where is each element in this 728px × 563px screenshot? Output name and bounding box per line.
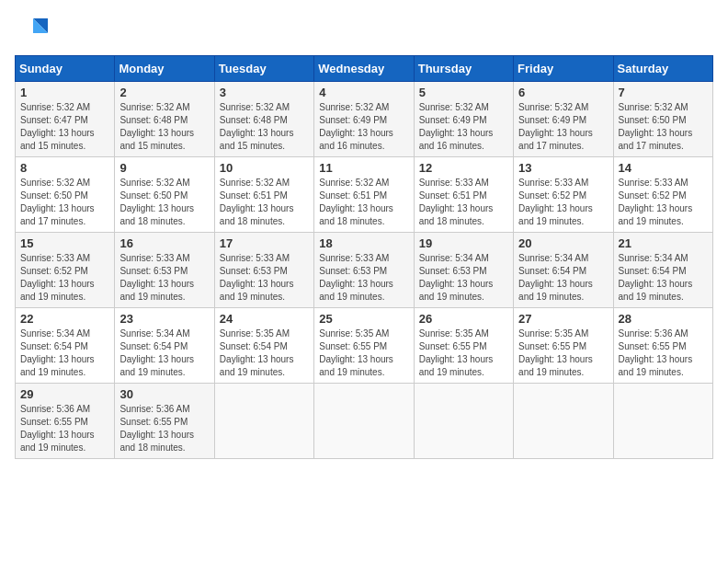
calendar-cell: 25 Sunrise: 5:35 AMSunset: 6:55 PMDaylig… [314,308,414,384]
calendar-week-row: 22 Sunrise: 5:34 AMSunset: 6:54 PMDaylig… [16,308,713,384]
day-info: Sunrise: 5:32 AMSunset: 6:50 PMDaylight:… [619,101,708,153]
calendar-cell: 12 Sunrise: 5:33 AMSunset: 6:51 PMDaylig… [414,157,513,233]
day-number: 1 [20,86,109,99]
page-header [15,15,713,48]
calendar-cell: 20 Sunrise: 5:34 AMSunset: 6:54 PMDaylig… [514,233,613,308]
calendar-cell: 11 Sunrise: 5:32 AMSunset: 6:51 PMDaylig… [314,157,414,233]
day-info: Sunrise: 5:32 AMSunset: 6:51 PMDaylight:… [319,177,408,228]
logo [15,15,51,48]
day-info: Sunrise: 5:34 AMSunset: 6:53 PMDaylight:… [419,252,508,304]
calendar-cell [214,384,313,459]
calendar-cell: 8 Sunrise: 5:32 AMSunset: 6:50 PMDayligh… [16,157,115,233]
day-number: 26 [419,312,508,326]
calendar-week-row: 1 Sunrise: 5:32 AMSunset: 6:47 PMDayligh… [16,82,713,157]
header-thursday: Thursday [414,56,513,82]
day-info: Sunrise: 5:34 AMSunset: 6:54 PMDaylight:… [518,252,608,304]
day-number: 18 [319,236,408,250]
day-info: Sunrise: 5:34 AMSunset: 6:54 PMDaylight:… [20,327,109,379]
calendar-cell: 16 Sunrise: 5:33 AMSunset: 6:53 PMDaylig… [115,233,214,308]
day-number: 27 [518,312,608,326]
day-info: Sunrise: 5:33 AMSunset: 6:51 PMDaylight:… [419,177,508,228]
day-number: 17 [220,236,309,250]
day-info: Sunrise: 5:34 AMSunset: 6:54 PMDaylight:… [619,252,708,304]
day-info: Sunrise: 5:35 AMSunset: 6:55 PMDaylight:… [319,327,408,379]
day-info: Sunrise: 5:33 AMSunset: 6:53 PMDaylight:… [319,252,408,304]
day-info: Sunrise: 5:32 AMSunset: 6:48 PMDaylight:… [220,101,309,153]
day-number: 3 [220,86,309,99]
day-number: 10 [220,161,309,175]
day-info: Sunrise: 5:33 AMSunset: 6:52 PMDaylight:… [619,177,708,228]
day-number: 14 [619,161,708,175]
day-info: Sunrise: 5:33 AMSunset: 6:52 PMDaylight:… [20,252,109,304]
calendar-week-row: 8 Sunrise: 5:32 AMSunset: 6:50 PMDayligh… [16,157,713,233]
day-number: 13 [518,161,608,175]
day-number: 4 [319,86,408,99]
calendar-cell [514,384,613,459]
day-info: Sunrise: 5:34 AMSunset: 6:54 PMDaylight:… [119,327,209,379]
day-info: Sunrise: 5:33 AMSunset: 6:52 PMDaylight:… [518,177,608,228]
calendar-cell: 27 Sunrise: 5:35 AMSunset: 6:55 PMDaylig… [514,308,613,384]
calendar-cell: 28 Sunrise: 5:36 AMSunset: 6:55 PMDaylig… [613,308,712,384]
day-info: Sunrise: 5:36 AMSunset: 6:55 PMDaylight:… [20,403,109,454]
header-monday: Monday [115,56,214,82]
day-number: 19 [419,236,508,250]
header-wednesday: Wednesday [314,56,414,82]
day-number: 12 [419,161,508,175]
day-info: Sunrise: 5:36 AMSunset: 6:55 PMDaylight:… [619,327,708,379]
day-info: Sunrise: 5:32 AMSunset: 6:49 PMDaylight:… [518,101,608,153]
calendar-cell: 30 Sunrise: 5:36 AMSunset: 6:55 PMDaylig… [115,384,214,459]
header-tuesday: Tuesday [214,56,313,82]
calendar-cell: 18 Sunrise: 5:33 AMSunset: 6:53 PMDaylig… [314,233,414,308]
day-info: Sunrise: 5:32 AMSunset: 6:48 PMDaylight:… [119,101,209,153]
calendar-cell [613,384,712,459]
day-number: 5 [419,86,508,99]
day-info: Sunrise: 5:36 AMSunset: 6:55 PMDaylight:… [119,403,209,454]
calendar-cell [414,384,513,459]
calendar-cell: 3 Sunrise: 5:32 AMSunset: 6:48 PMDayligh… [214,82,313,157]
calendar-cell: 15 Sunrise: 5:33 AMSunset: 6:52 PMDaylig… [16,233,115,308]
calendar-cell: 10 Sunrise: 5:32 AMSunset: 6:51 PMDaylig… [214,157,313,233]
calendar-table: SundayMondayTuesdayWednesdayThursdayFrid… [15,55,713,459]
calendar-cell: 1 Sunrise: 5:32 AMSunset: 6:47 PMDayligh… [16,82,115,157]
day-number: 28 [619,312,708,326]
calendar-cell: 21 Sunrise: 5:34 AMSunset: 6:54 PMDaylig… [613,233,712,308]
day-number: 20 [518,236,608,250]
day-number: 6 [518,86,608,99]
header-saturday: Saturday [613,56,712,82]
day-info: Sunrise: 5:32 AMSunset: 6:51 PMDaylight:… [220,177,309,228]
day-info: Sunrise: 5:32 AMSunset: 6:49 PMDaylight:… [319,101,408,153]
calendar-cell: 17 Sunrise: 5:33 AMSunset: 6:53 PMDaylig… [214,233,313,308]
calendar-cell: 7 Sunrise: 5:32 AMSunset: 6:50 PMDayligh… [613,82,712,157]
header-sunday: Sunday [16,56,115,82]
calendar-cell: 2 Sunrise: 5:32 AMSunset: 6:48 PMDayligh… [115,82,214,157]
calendar-cell: 13 Sunrise: 5:33 AMSunset: 6:52 PMDaylig… [514,157,613,233]
header-friday: Friday [514,56,613,82]
calendar-cell [314,384,414,459]
day-number: 22 [20,312,109,326]
calendar-week-row: 29 Sunrise: 5:36 AMSunset: 6:55 PMDaylig… [16,384,713,459]
day-number: 11 [319,161,408,175]
day-number: 25 [319,312,408,326]
day-number: 23 [119,312,209,326]
day-number: 8 [20,161,109,175]
day-number: 29 [20,387,109,401]
calendar-cell: 23 Sunrise: 5:34 AMSunset: 6:54 PMDaylig… [115,308,214,384]
day-info: Sunrise: 5:32 AMSunset: 6:50 PMDaylight:… [119,177,209,228]
calendar-cell: 9 Sunrise: 5:32 AMSunset: 6:50 PMDayligh… [115,157,214,233]
day-info: Sunrise: 5:33 AMSunset: 6:53 PMDaylight:… [220,252,309,304]
day-number: 9 [119,161,209,175]
day-number: 30 [119,387,209,401]
day-info: Sunrise: 5:33 AMSunset: 6:53 PMDaylight:… [119,252,209,304]
day-number: 2 [119,86,209,99]
day-number: 7 [619,86,708,99]
calendar-cell: 5 Sunrise: 5:32 AMSunset: 6:49 PMDayligh… [414,82,513,157]
day-info: Sunrise: 5:35 AMSunset: 6:55 PMDaylight:… [419,327,508,379]
day-info: Sunrise: 5:32 AMSunset: 6:49 PMDaylight:… [419,101,508,153]
day-info: Sunrise: 5:32 AMSunset: 6:50 PMDaylight:… [20,177,109,228]
calendar-week-row: 15 Sunrise: 5:33 AMSunset: 6:52 PMDaylig… [16,233,713,308]
calendar-cell: 6 Sunrise: 5:32 AMSunset: 6:49 PMDayligh… [514,82,613,157]
calendar-header-row: SundayMondayTuesdayWednesdayThursdayFrid… [16,56,713,82]
day-number: 15 [20,236,109,250]
day-info: Sunrise: 5:35 AMSunset: 6:54 PMDaylight:… [220,327,309,379]
logo-icon [15,15,48,48]
